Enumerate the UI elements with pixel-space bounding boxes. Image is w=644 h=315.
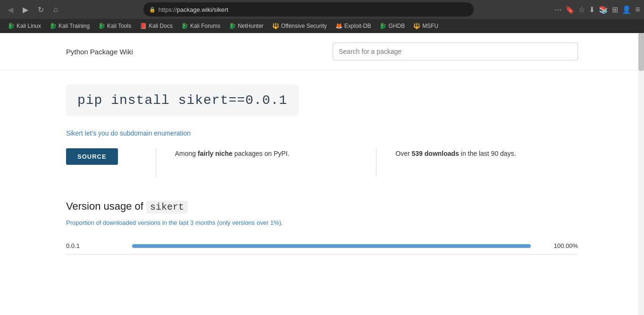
- version-subtitle: Proportion of downloaded versions in the…: [66, 219, 578, 226]
- stat2-prefix: Over: [395, 150, 411, 157]
- stat2-bold: 539 downloads: [412, 150, 459, 157]
- kali-forums-icon: 🐉: [181, 23, 188, 29]
- home-button[interactable]: ⌂: [49, 3, 62, 16]
- stat1-suffix: packages on PyPI.: [233, 150, 290, 157]
- url-path: /sikert: [212, 6, 228, 13]
- bookmarks-icon[interactable]: 📚: [599, 5, 608, 14]
- left-section: SOURCE: [66, 148, 137, 165]
- address-url: https://package.wiki/sikert: [159, 6, 468, 13]
- bookmark-msfu[interactable]: 🔱 MSFU: [410, 21, 442, 31]
- version-title: Version usage of sikert: [66, 200, 578, 213]
- address-bar[interactable]: 🔒 https://package.wiki/sikert: [143, 2, 474, 17]
- version-percent: 100.00%: [540, 242, 578, 249]
- package-description: Sikert let's you do subdomain enumeratio…: [66, 129, 578, 137]
- main-content: pip install sikert==0.0.1 Sikert let's y…: [0, 70, 644, 269]
- kali-tools-icon: 🐉: [98, 23, 105, 29]
- kali-linux-icon: 🐉: [8, 23, 15, 29]
- version-section: Version usage of sikert Proportion of do…: [66, 200, 578, 255]
- menu-icon[interactable]: ≡: [635, 5, 640, 15]
- bookmark-ghdb-label: GHDB: [388, 23, 405, 29]
- bookmarks-bar: 🐉 Kali Linux 🐉 Kali Training 🐉 Kali Tool…: [0, 19, 644, 33]
- forward-button[interactable]: ▶: [19, 3, 32, 16]
- browser-toolbar: ◀ ▶ ↻ ⌂ 🔒 https://package.wiki/sikert ··…: [0, 0, 644, 19]
- bookmark-kali-forums-label: Kali Forums: [190, 23, 220, 29]
- offensive-security-icon: 🔱: [272, 23, 279, 29]
- pip-command: pip install sikert==0.0.1: [66, 85, 299, 116]
- version-title-prefix: Version usage of: [66, 200, 146, 212]
- download-icon[interactable]: ⬇: [589, 5, 595, 14]
- bookmark-ghdb[interactable]: 🐉 GHDB: [376, 21, 409, 31]
- stat-niche: Among fairly niche packages on PyPI.: [175, 148, 358, 159]
- browser-chrome: ◀ ▶ ↻ ⌂ 🔒 https://package.wiki/sikert ··…: [0, 0, 644, 33]
- bookmark-offensive-security-label: Offensive Security: [281, 23, 327, 29]
- site-header: Python Package Wiki: [0, 33, 644, 70]
- msfu-icon: 🔱: [413, 23, 420, 29]
- bookmark-kali-tools-label: Kali Tools: [107, 23, 131, 29]
- stat1-bold: fairly niche: [198, 150, 233, 157]
- divider-right: [376, 148, 376, 177]
- back-button[interactable]: ◀: [4, 3, 17, 16]
- profile-icon[interactable]: 👤: [622, 5, 631, 14]
- bookmark-offensive-security[interactable]: 🔱 Offensive Security: [268, 21, 331, 31]
- nav-buttons: ◀ ▶ ↻ ⌂: [4, 3, 62, 16]
- layout-icon[interactable]: ⊞: [612, 5, 618, 14]
- bookmark-msfu-label: MSFU: [422, 23, 438, 29]
- stat1-prefix: Among: [175, 150, 198, 157]
- bookmark-kali-tools[interactable]: 🐉 Kali Tools: [94, 21, 135, 31]
- lock-icon: 🔒: [149, 7, 156, 13]
- version-bar-container: [132, 244, 531, 248]
- stat-downloads: Over 539 downloads in the last 90 days.: [395, 148, 578, 159]
- bookmark-nethunter[interactable]: 🐉 NetHunter: [225, 21, 268, 31]
- bookmark-exploit-db[interactable]: 🦊 Exploit-DB: [332, 21, 375, 31]
- nethunter-icon: 🐉: [229, 23, 236, 29]
- toolbar-right: ··· 🔖 ☆ ⬇ 📚 ⊞ 👤 ≡: [554, 5, 640, 15]
- site-title: Python Package Wiki: [66, 48, 133, 56]
- version-row: 0.0.1 100.00%: [66, 238, 578, 255]
- version-number: 0.0.1: [66, 242, 123, 249]
- pocket-icon[interactable]: 🔖: [565, 5, 575, 14]
- bookmark-kali-training[interactable]: 🐉 Kali Training: [46, 21, 93, 31]
- exploit-db-icon: 🦊: [335, 23, 343, 29]
- url-domain: package.wiki: [177, 6, 212, 13]
- bookmark-kali-docs-label: Kali Docs: [149, 23, 173, 29]
- version-bar: [132, 244, 531, 248]
- bookmark-kali-training-label: Kali Training: [59, 23, 90, 29]
- stat2-suffix: in the last 90 days.: [459, 150, 516, 157]
- bookmark-kali-docs[interactable]: 📕 Kali Docs: [136, 21, 176, 31]
- divider-left: [156, 148, 156, 177]
- more-button[interactable]: ···: [554, 5, 561, 15]
- scrollbar-track[interactable]: [638, 33, 644, 315]
- page-content: Python Package Wiki pip install sikert==…: [0, 33, 644, 315]
- content-grid: SOURCE Among fairly niche packages on Py…: [66, 148, 578, 177]
- refresh-button[interactable]: ↻: [34, 3, 47, 16]
- search-input[interactable]: [333, 43, 578, 60]
- url-protocol: https://: [159, 6, 177, 13]
- star-icon[interactable]: ☆: [578, 5, 585, 14]
- ghdb-icon: 🐉: [379, 23, 386, 29]
- bookmark-kali-forums[interactable]: 🐉 Kali Forums: [177, 21, 224, 31]
- bookmark-kali-linux[interactable]: 🐉 Kali Linux: [4, 21, 45, 31]
- bookmark-nethunter-label: NetHunter: [238, 23, 264, 29]
- kali-docs-icon: 📕: [140, 23, 147, 29]
- kali-training-icon: 🐉: [50, 23, 57, 29]
- version-package-name: sikert: [146, 201, 188, 213]
- scrollbar-thumb[interactable]: [638, 33, 644, 71]
- bookmark-exploit-db-label: Exploit-DB: [344, 23, 371, 29]
- bookmark-kali-linux-label: Kali Linux: [17, 23, 41, 29]
- source-button[interactable]: SOURCE: [66, 148, 118, 165]
